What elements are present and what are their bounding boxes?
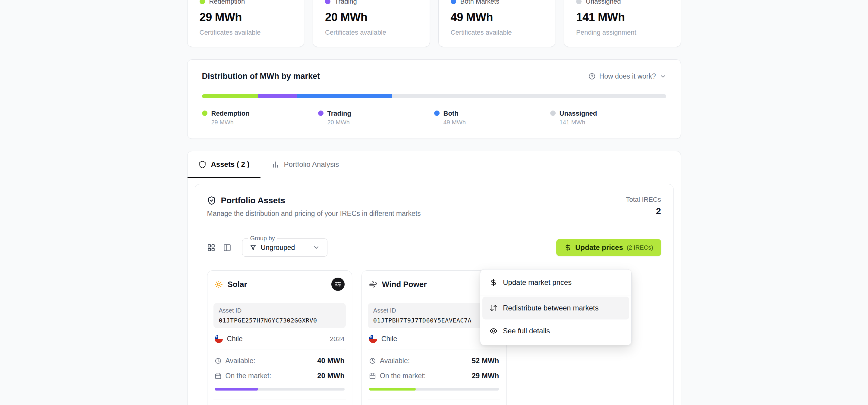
country-name: Chile (381, 335, 397, 343)
eye-icon (490, 327, 497, 335)
portfolio-assets-title: Portfolio Assets (221, 196, 285, 205)
redemption-segment (202, 94, 258, 98)
asset-name: Solar (228, 280, 247, 289)
help-circle-icon (588, 73, 596, 80)
stat-label-row: Trading (325, 0, 417, 5)
wind-icon (369, 280, 377, 289)
dollar-icon (490, 278, 497, 286)
tab-portfolio-analysis[interactable]: Portfolio Analysis (260, 151, 350, 178)
legend-item-trading: Trading 20 MWh (318, 110, 434, 126)
asset-settings-button[interactable] (331, 278, 345, 291)
legend-item-both: Both 49 MWh (434, 110, 550, 126)
market-distribution-bar (202, 94, 666, 98)
stat-value: 49 MWh (451, 11, 543, 24)
asset-card-header: Solar (208, 271, 352, 298)
unassigned-dot-icon (550, 110, 556, 116)
both-dot-icon (434, 110, 440, 116)
asset-id-label: Asset ID (373, 307, 495, 314)
sliders-icon (335, 281, 341, 288)
asset-card-body: Asset ID 01JTPGE257H7N6YC7302GGXRV0 ★ Ch… (208, 298, 352, 405)
legend-value: 20 MWh (328, 119, 351, 126)
bar-chart-icon (271, 161, 279, 169)
asset-id-value: 01JTPBH7T9J7TD60Y5EAVEAC7A (373, 317, 495, 324)
chile-flag-icon: ★ (369, 335, 377, 343)
redemption-dot-icon (202, 110, 208, 116)
calendar-icon (215, 372, 222, 379)
available-value: 52 MWh (471, 357, 499, 365)
stat-caption: Pending assignment (576, 29, 669, 36)
shield-check-icon (207, 196, 216, 205)
clock-icon (369, 358, 376, 364)
asset-card-solar: Solar Asset ID (207, 270, 352, 405)
stat-value: 141 MWh (576, 11, 669, 24)
allocation-progress-fill (369, 388, 416, 391)
update-prices-label: Update prices (575, 243, 623, 252)
asset-id-label: Asset ID (219, 307, 340, 314)
asset-metrics: Available: 40 MWh (213, 350, 346, 380)
stat-caption: Certificates available (199, 29, 292, 36)
distribution-card: Distribution of MWh by market How does i… (187, 59, 681, 139)
trading-dot-icon (325, 0, 331, 4)
menu-item-label: Update market prices (503, 278, 571, 286)
prices-expander[interactable]: Prices (368, 400, 500, 405)
both-markets-dot-icon (451, 0, 456, 4)
table-icon (223, 244, 231, 252)
vintage-year: 2024 (330, 335, 345, 343)
group-by-floating-label: Group by (248, 235, 277, 242)
stat-label: Unassigned (586, 0, 621, 5)
stat-value: 29 MWh (199, 11, 292, 24)
asset-id-value: 01JTPGE257H7N6YC7302GGXRV0 (219, 317, 340, 324)
available-row: Available: 40 MWh (215, 357, 345, 365)
stat-card-unassigned: Unassigned 141 MWh Pending assignment (564, 0, 681, 47)
legend-label: Unassigned (560, 110, 597, 117)
legend-value: 49 MWh (443, 119, 466, 126)
view-toggle (207, 244, 231, 252)
distribution-header: Distribution of MWh by market How does i… (202, 72, 666, 81)
tab-bar: Assets ( 2 ) Portfolio Analysis (188, 151, 681, 178)
stat-caption: Certificates available (325, 29, 417, 36)
available-label: Available: (380, 357, 410, 365)
trading-dot-icon (318, 110, 323, 116)
menu-item-redistribute[interactable]: Redistribute between markets (483, 297, 629, 319)
stats-row: Redemption 29 MWh Certificates available… (187, 0, 681, 47)
menu-item-update-market-prices[interactable]: Update market prices (483, 271, 629, 294)
legend-value: 29 MWh (211, 119, 250, 126)
chevron-down-icon (313, 244, 320, 251)
stat-card-both-markets: Both Markets 49 MWh Certificates availab… (438, 0, 556, 47)
available-label: Available: (225, 357, 255, 365)
grid-view-button[interactable] (207, 244, 215, 252)
filter-funnel-icon (250, 244, 256, 251)
available-row: Available: 52 MWh (369, 357, 499, 365)
total-irecs-block: Total IRECs 2 (626, 196, 661, 216)
stat-card-trading: Trading 20 MWh Certificates available (313, 0, 430, 47)
prices-expander[interactable]: Prices (213, 400, 346, 405)
sun-icon (215, 280, 223, 289)
help-label: How does it work? (599, 72, 656, 80)
table-view-button[interactable] (223, 244, 231, 252)
calendar-icon (369, 372, 376, 379)
menu-item-see-full-details[interactable]: See full details (483, 319, 629, 342)
group-by-selected-value: Ungrouped (261, 244, 308, 252)
stat-caption: Certificates available (451, 29, 543, 36)
group-by-dropdown[interactable]: Group by Ungrouped (242, 238, 328, 257)
allocation-progress-bar (215, 388, 345, 391)
legend-label: Both (443, 110, 466, 117)
country-name: Chile (227, 335, 243, 343)
legend-label: Redemption (211, 110, 250, 117)
stat-label-row: Unassigned (576, 0, 669, 5)
arrow-up-down-icon (490, 304, 497, 312)
update-prices-count-badge: (2 IRECs) (627, 244, 653, 251)
on-market-row: On the market: 29 MWh (369, 372, 499, 380)
tab-assets[interactable]: Assets ( 2 ) (188, 151, 260, 178)
update-prices-button[interactable]: Update prices (2 IRECs) (556, 239, 661, 256)
how-does-it-work-link[interactable]: How does it work? (588, 72, 666, 80)
tab-analysis-label: Portfolio Analysis (284, 160, 339, 169)
total-irecs-value: 2 (626, 206, 661, 216)
asset-context-menu: Update market prices Redistribute betwee… (480, 269, 632, 345)
asset-metrics: Available: 52 MWh (368, 350, 500, 380)
stat-value: 20 MWh (325, 11, 417, 24)
unassigned-dot-icon (576, 0, 582, 4)
on-market-value: 29 MWh (471, 372, 499, 380)
legend-label: Trading (328, 110, 351, 117)
distribution-legend: Redemption 29 MWh Trading 20 MWh Both 49… (202, 110, 666, 126)
